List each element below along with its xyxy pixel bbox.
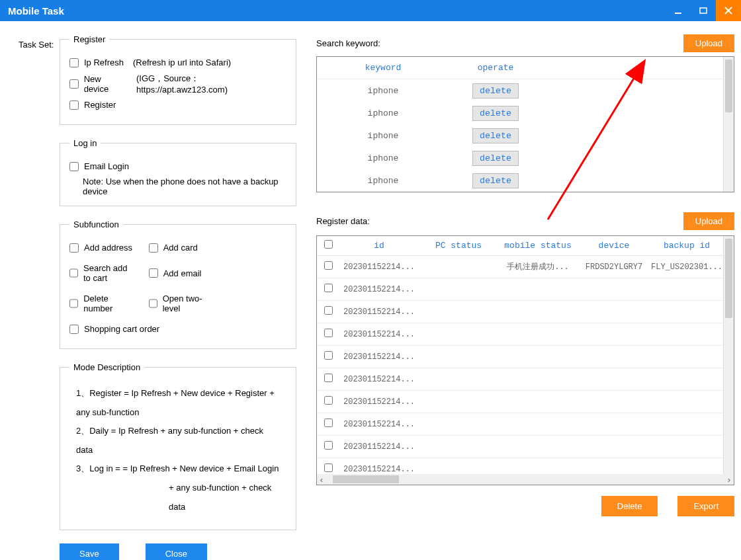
task-set-label: Task Set: xyxy=(19,40,54,50)
close-button[interactable]: Close xyxy=(146,543,207,560)
mode-line-1: 1、Register = Ip Refresh + New device + R… xyxy=(76,384,280,422)
row-checkbox[interactable] xyxy=(324,306,333,315)
delete-number-label: Delete number xyxy=(83,294,136,313)
row-checkbox[interactable] xyxy=(324,419,333,427)
ip-refresh-checkbox[interactable] xyxy=(69,58,79,67)
table-row: 202301152214... xyxy=(317,368,723,391)
add-card-checkbox[interactable] xyxy=(149,243,158,253)
table-row: 202301152214... xyxy=(317,323,723,346)
register-legend: Register xyxy=(69,34,109,44)
register-data-table: id PC status mobile status device backup… xyxy=(316,235,734,485)
table-row: 202301152214... xyxy=(317,436,723,458)
row-checkbox[interactable] xyxy=(324,396,333,405)
table-row: 202301152214... xyxy=(317,278,723,301)
id-cell: 202301152214... xyxy=(339,330,419,339)
search-add-label: Search add to cart xyxy=(83,263,137,283)
shopping-label: Shopping cart order xyxy=(84,324,159,334)
shopping-checkbox[interactable] xyxy=(69,325,79,334)
backup-cell: FLY_US202301... xyxy=(650,262,723,272)
minimize-button[interactable] xyxy=(666,0,691,21)
mode-legend: Mode Description xyxy=(69,362,144,372)
operate-header: operate xyxy=(449,63,542,73)
keyword-row: iphonedelete xyxy=(317,124,723,147)
delete-keyword-button[interactable]: delete xyxy=(472,83,519,99)
add-address-label: Add address xyxy=(84,243,132,253)
login-group: Log in Email Login Note: Use when the ph… xyxy=(60,138,296,206)
id-cell: 202301152214... xyxy=(339,397,419,407)
keyword-cell: iphone xyxy=(317,153,449,163)
ip-refresh-label: Ip Refresh xyxy=(84,58,124,67)
table-row: 202301152214... xyxy=(317,413,723,436)
data-scrollbar[interactable] xyxy=(723,236,734,474)
table-row: 202301152214... xyxy=(317,346,723,368)
id-cell: 202301152214... xyxy=(339,420,419,429)
subfunction-group: Subfunction Add address Add card Search … xyxy=(60,220,296,349)
device-cell: FRDSD2YLGRY7 xyxy=(578,262,650,272)
col-pc-header: PC status xyxy=(419,241,498,251)
row-checkbox[interactable] xyxy=(324,441,333,450)
new-device-checkbox[interactable] xyxy=(69,79,79,89)
row-checkbox[interactable] xyxy=(324,351,333,360)
register-data-label: Register data: xyxy=(316,216,370,226)
save-button[interactable]: Save xyxy=(60,543,119,560)
keyword-row: iphonedelete xyxy=(317,102,723,124)
keyword-table: keyword operate iphonedeleteiphonedelete… xyxy=(316,56,734,192)
table-row: 202301152214... xyxy=(317,301,723,323)
export-button[interactable]: Export xyxy=(677,496,734,516)
delete-keyword-button[interactable]: delete xyxy=(472,128,519,143)
delete-number-checkbox[interactable] xyxy=(69,299,78,308)
row-checkbox[interactable] xyxy=(324,463,333,472)
id-cell: 202301152214... xyxy=(339,307,419,317)
add-email-label: Add email xyxy=(163,268,202,278)
new-device-suffix: (IGG，Source：https://apt.awz123.com) xyxy=(136,73,286,95)
mode-line-3: 3、Log in = = Ip Refresh + New device + E… xyxy=(76,460,280,479)
table-row: 202301152214... xyxy=(317,458,723,474)
row-checkbox[interactable] xyxy=(324,374,333,382)
col-mobile-header: mobile status xyxy=(498,241,578,251)
svg-rect-1 xyxy=(700,8,707,13)
register-checkbox[interactable] xyxy=(69,100,79,110)
table-row: 202301152214... xyxy=(317,391,723,413)
mode-line-4: + any sub-function + check data xyxy=(76,479,280,516)
delete-keyword-button[interactable]: delete xyxy=(472,106,519,121)
add-card-label: Add card xyxy=(163,243,198,253)
delete-keyword-button[interactable]: delete xyxy=(472,173,519,188)
email-login-checkbox[interactable] xyxy=(69,162,79,171)
add-email-checkbox[interactable] xyxy=(149,268,158,278)
window-title: Mobile Task xyxy=(8,5,64,17)
email-login-label: Email Login xyxy=(84,161,129,171)
keyword-cell: iphone xyxy=(317,176,449,186)
keyword-row: iphonedelete xyxy=(317,147,723,169)
col-id-header: id xyxy=(339,241,419,251)
add-address-checkbox[interactable] xyxy=(69,243,79,253)
row-checkbox[interactable] xyxy=(324,261,333,270)
keyword-row: iphonedelete xyxy=(317,169,723,192)
search-add-checkbox[interactable] xyxy=(69,268,78,278)
register-group: Register Ip Refresh (Refresh ip url into… xyxy=(60,34,296,125)
mobile-cell: 手机注册成功... xyxy=(498,261,578,272)
data-hscrollbar[interactable]: ‹› xyxy=(317,474,734,485)
mode-line-2: 2、Daily = Ip Refresh + any sub-function … xyxy=(76,422,280,460)
keyword-header: keyword xyxy=(317,63,449,73)
id-cell: 202301152214... xyxy=(339,352,419,362)
upload-keyword-button[interactable]: Upload xyxy=(683,34,734,52)
delete-button[interactable]: Delete xyxy=(601,496,658,516)
register-label: Register xyxy=(84,100,116,110)
upload-data-button[interactable]: Upload xyxy=(683,212,734,230)
id-cell: 202301152214... xyxy=(339,285,419,294)
keyword-cell: iphone xyxy=(317,86,449,96)
select-all-checkbox[interactable] xyxy=(324,240,333,249)
open-two-checkbox[interactable] xyxy=(149,299,157,308)
search-keyword-label: Search keyword: xyxy=(316,38,380,48)
keyword-scrollbar[interactable] xyxy=(723,57,734,192)
login-legend: Log in xyxy=(69,138,101,148)
id-cell: 202301152214... xyxy=(339,465,419,474)
maximize-button[interactable] xyxy=(691,0,716,21)
close-window-button[interactable] xyxy=(716,0,741,21)
login-note: Note: Use when the phone does not have a… xyxy=(83,177,286,196)
row-checkbox[interactable] xyxy=(324,329,333,337)
col-device-header: device xyxy=(578,241,650,251)
delete-keyword-button[interactable]: delete xyxy=(472,151,519,166)
row-checkbox[interactable] xyxy=(324,284,333,292)
id-cell: 202301152214... xyxy=(339,442,419,452)
